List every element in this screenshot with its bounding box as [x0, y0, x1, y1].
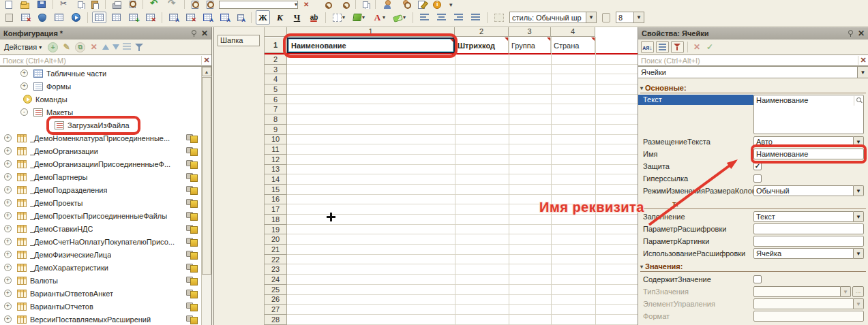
- empty-row[interactable]: [287, 275, 638, 285]
- tree-item[interactable]: +Валюты: [0, 274, 211, 287]
- row-header[interactable]: 21: [265, 245, 287, 255]
- expand-icon[interactable]: +: [4, 186, 12, 194]
- quick-find-input[interactable]: ▾: [219, 1, 298, 9]
- dots-button[interactable]: [599, 11, 613, 25]
- property-value-input[interactable]: Авто: [753, 136, 854, 147]
- actions-button[interactable]: Действия: [4, 43, 37, 51]
- tree-item[interactable]: +_ДемоОрганизацииПрисоединенныеФ...: [0, 157, 211, 170]
- pin-icon[interactable]: [848, 29, 853, 37]
- row-header[interactable]: 12: [265, 155, 287, 165]
- assign-name-icon[interactable]: [200, 12, 215, 23]
- tree-item[interactable]: +ВерсииПоставляемыхРасширений: [0, 313, 211, 325]
- row-header[interactable]: 19: [265, 225, 287, 235]
- apply-edit-icon[interactable]: ✓: [704, 42, 715, 52]
- column-header[interactable]: 2: [455, 27, 509, 37]
- open-icon[interactable]: [18, 0, 32, 9]
- row-header[interactable]: 5: [265, 84, 287, 95]
- clear-search-icon[interactable]: ✕: [201, 56, 211, 65]
- empty-row[interactable]: [287, 155, 638, 165]
- ellipsis-button[interactable]: ...: [852, 286, 864, 297]
- delete-row-icon[interactable]: [143, 12, 158, 23]
- undo-icon[interactable]: [147, 0, 162, 9]
- copy-icon[interactable]: [75, 0, 86, 9]
- actions-caret-icon[interactable]: ▾: [39, 44, 42, 50]
- cut-icon[interactable]: [57, 0, 72, 9]
- corner-cell[interactable]: [265, 27, 287, 37]
- empty-row[interactable]: [287, 165, 638, 175]
- user-icon[interactable]: [380, 0, 395, 9]
- template-cell[interactable]: Страна: [551, 37, 595, 53]
- row-header[interactable]: 27: [265, 305, 287, 315]
- zoom-out-icon[interactable]: [336, 0, 351, 9]
- scroll-up-icon[interactable]: ▲: [202, 67, 211, 76]
- align-justify-icon[interactable]: [468, 12, 483, 23]
- align-right-icon[interactable]: [451, 12, 466, 23]
- expand-icon[interactable]: +: [4, 290, 12, 297]
- user-search-icon[interactable]: [398, 0, 413, 9]
- font-size-combo[interactable]: 8▼: [616, 12, 644, 23]
- tree-item[interactable]: +Формы: [0, 80, 211, 93]
- empty-row[interactable]: [287, 315, 638, 325]
- expand-icon[interactable]: +: [4, 303, 12, 310]
- delete-name-icon[interactable]: [183, 12, 198, 23]
- chevron-down-icon[interactable]: ▼: [854, 248, 864, 259]
- underline-button[interactable]: Ч: [290, 10, 304, 25]
- row-header[interactable]: 20: [265, 234, 287, 245]
- empty-row[interactable]: [287, 95, 638, 105]
- tree-item[interactable]: +_ДемоНоменклатураПрисоединенные...: [0, 131, 211, 144]
- name-small-icon[interactable]: [235, 12, 247, 23]
- pin-icon[interactable]: [191, 29, 196, 37]
- property-value-input[interactable]: [753, 286, 841, 297]
- tree-item[interactable]: +ВариантыОтветовАнкет: [0, 287, 211, 300]
- find-in-document-icon[interactable]: [204, 0, 216, 9]
- configuration-search[interactable]: Поиск (Ctrl+Alt+M) ✕: [0, 55, 211, 66]
- row-header[interactable]: 7: [265, 104, 287, 114]
- copy-item-icon[interactable]: ⧉: [75, 42, 85, 52]
- show-categories-button[interactable]: [656, 41, 669, 53]
- align-center-icon[interactable]: [434, 12, 449, 23]
- row-header[interactable]: 3: [265, 65, 287, 75]
- grid-delete-icon[interactable]: [18, 12, 33, 23]
- tree-item[interactable]: -Макеты: [0, 106, 211, 119]
- move-up-icon[interactable]: [102, 44, 109, 50]
- tree-item[interactable]: +_ДемоПартнеры: [0, 170, 211, 183]
- empty-row[interactable]: [287, 65, 638, 75]
- chevron-down-icon[interactable]: ▼: [586, 12, 596, 22]
- empty-row[interactable]: [287, 285, 638, 295]
- template-cell[interactable]: Группа: [509, 37, 551, 53]
- row-header[interactable]: 16: [265, 195, 287, 205]
- empty-row[interactable]: [287, 295, 638, 305]
- tree-item[interactable]: +_ДемоХарактеристики: [0, 261, 211, 274]
- edit-document-icon[interactable]: [415, 0, 428, 9]
- row-header[interactable]: 8: [265, 114, 287, 125]
- tree-item[interactable]: +_ДемоПроекты: [0, 196, 211, 209]
- empty-row[interactable]: [287, 74, 638, 84]
- empty-row[interactable]: [287, 144, 638, 155]
- magnifier-icon[interactable]: [854, 96, 863, 106]
- expand-icon[interactable]: +: [4, 173, 12, 181]
- tree-item[interactable]: +_ДемоОрганизации: [0, 144, 211, 157]
- empty-row[interactable]: [287, 185, 638, 195]
- expand-icon[interactable]: +: [4, 199, 12, 206]
- close-icon[interactable]: ✕: [201, 29, 208, 37]
- edit-icon[interactable]: ✎: [61, 42, 72, 52]
- template-cell[interactable]: Наименование: [287, 37, 455, 53]
- template-cell[interactable]: Штрихкод: [455, 37, 509, 53]
- move-down-icon[interactable]: [113, 44, 119, 50]
- collapse-icon[interactable]: -: [20, 108, 28, 116]
- bold-button[interactable]: Ж: [256, 10, 270, 25]
- expand-icon[interactable]: +: [4, 225, 12, 232]
- row-header[interactable]: 4: [265, 74, 287, 84]
- row-header[interactable]: 10: [265, 135, 287, 145]
- properties-search[interactable]: Поиск (Ctrl+Alt+I) ✕: [638, 55, 868, 66]
- document-special-icon[interactable]: [3, 12, 16, 24]
- chevron-down-icon[interactable]: ▾: [295, 1, 297, 7]
- show-headers-icon[interactable]: [92, 12, 106, 23]
- pattern-icon[interactable]: [492, 12, 507, 24]
- add-icon[interactable]: +: [48, 42, 58, 52]
- chevron-down-icon[interactable]: ▾: [362, 14, 365, 20]
- show-grid-icon[interactable]: [109, 12, 123, 23]
- sort-list-icon[interactable]: [123, 43, 131, 51]
- empty-row[interactable]: [287, 114, 638, 125]
- property-value-input[interactable]: Ячейка: [753, 248, 854, 259]
